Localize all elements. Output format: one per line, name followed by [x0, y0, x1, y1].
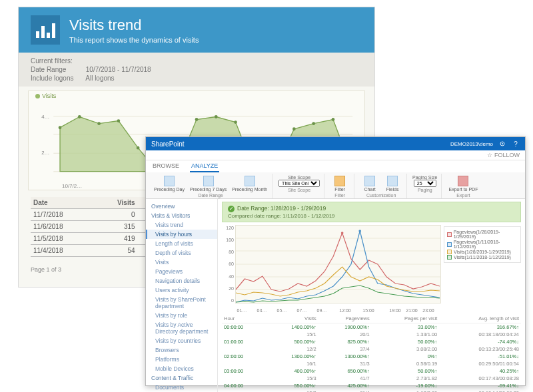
ribbon: Preceding Day Preceding 7 Days Preceding… [146, 172, 525, 199]
group-cap: Filter [334, 193, 345, 198]
svg-point-7 [78, 115, 81, 118]
table-row-sub: 16/131/30.58/0.1900:29:50/01:00:54 [222, 360, 521, 367]
svg-point-9 [117, 119, 121, 122]
col-hour[interactable]: Hour [222, 314, 265, 323]
sharepoint-window: SharePoint DEMO2013\demo ? ☆ FOLLOW BROW… [145, 136, 526, 386]
sidebar-item[interactable]: Documents [146, 383, 217, 392]
sp-brand: SharePoint [151, 140, 184, 148]
report-main: ✓Date Range: 1/28/2019 - 1/29/2019 Compa… [218, 199, 525, 392]
sidebar-item[interactable]: Length of visits [146, 239, 217, 248]
svg-text:?: ? [514, 140, 518, 148]
site-scope-select[interactable]: This Site Only [278, 180, 320, 187]
sidebar-item[interactable]: Visits trend [146, 220, 217, 230]
svg-point-8 [97, 122, 101, 125]
svg-point-22 [502, 143, 503, 144]
visits-by-hours-chart: 0 20 40 60 80 100 120 01… 03… 05… 07… 09… [222, 225, 521, 313]
x-tick: 19:00 [389, 308, 401, 313]
svg-point-14 [215, 115, 218, 118]
legend-item: Visits(1/11/2018-1/12/2019) [447, 255, 518, 260]
gear-icon[interactable] [498, 140, 506, 148]
svg-point-30 [358, 230, 361, 232]
table-row: 02:00:001300.00%↑1300.00%↑0%↑-51.01%↓ [222, 353, 521, 360]
preceding-7days-button[interactable]: Preceding 7 Days [189, 175, 228, 192]
sidebar-item[interactable]: Users activity [146, 286, 217, 295]
sidebar-item[interactable]: Browsers [146, 345, 217, 355]
x-tick: 07… [297, 308, 307, 313]
svg-point-15 [234, 120, 237, 124]
legend-item: Pageviews(1/28/2019-1/29/2019) [447, 230, 518, 239]
svg-text:4…: 4… [41, 113, 49, 119]
col-visits[interactable]: Visits [265, 314, 318, 323]
col-avglen[interactable]: Avg. length of visit [439, 314, 521, 323]
help-icon[interactable]: ? [512, 140, 520, 148]
x-tick: 05… [277, 308, 287, 313]
table-row-sub: 13/221/41.62/2.0000:18:14/00:09:28 [222, 389, 521, 392]
sidebar-item[interactable]: Depth of visits [146, 248, 217, 258]
paging-select[interactable]: 25 [414, 180, 436, 187]
sidebar-item[interactable]: Mobile Devices [146, 364, 217, 373]
col-visits[interactable]: Visits [95, 197, 138, 209]
fields-button[interactable]: Fields [382, 175, 402, 192]
paging-label: Paging Size [412, 175, 437, 180]
sidebar-item[interactable]: Pageviews [146, 267, 217, 276]
table-header-row: Hour Visits Pageviews Pages per visit Av… [222, 314, 521, 323]
filter-date-value: 10/7/2018 - 11/7/2018 [86, 66, 151, 73]
banner-date-range: Date Range: 1/28/2019 - 1/29/2019 [237, 205, 326, 212]
x-tick: 15:00 [362, 308, 374, 313]
x-tick: 03… [257, 308, 267, 313]
legend-item: Pageviews(1/11/2018-1/12/2019) [447, 240, 518, 249]
y-tick: 60 [222, 262, 234, 266]
report-subtitle: This report shows the dynamics of visits [69, 36, 199, 44]
sp-titlebar: SharePoint DEMO2013\demo ? [146, 137, 525, 150]
tab-analyze[interactable]: ANALYZE [190, 160, 219, 172]
table-row: 00:00:001400.00%↑1900.00%↑33.00%↑316.67%… [222, 323, 521, 331]
y-tick: 120 [222, 226, 234, 230]
ok-icon: ✓ [228, 206, 235, 212]
sidebar-item[interactable]: Visits by countries [146, 336, 217, 345]
sidebar-item[interactable]: Platforms [146, 355, 217, 364]
y-tick: 40 [222, 274, 234, 279]
sidebar-item[interactable]: Navigation details [146, 276, 217, 286]
sidebar-heading: Overview [146, 202, 217, 211]
x-tick: 10/7/2… [62, 183, 82, 189]
site-scope-label: Site Scope [288, 175, 310, 180]
sidebar-item[interactable]: Visits [146, 258, 217, 267]
export-pdf-button[interactable]: Export to PDF [447, 175, 479, 192]
x-tick: 01… [237, 308, 247, 313]
sp-tabs: BROWSE ANALYZE [146, 160, 525, 172]
filter-logons-value: All logons [85, 75, 114, 82]
y-tick: 100 [222, 238, 234, 242]
table-row-sub: 15/120/11.33/1.0000:18:18/00:04:24 [222, 331, 521, 338]
chart-legend: Pageviews(1/28/2019-1/29/2019)Pageviews(… [444, 226, 521, 263]
y-tick: 20 [222, 286, 234, 291]
group-cap: Paging [418, 188, 432, 192]
col-pageviews[interactable]: Pageviews [318, 314, 372, 323]
y-tick: 80 [222, 250, 234, 254]
report-header: Visits trend This report shows the dynam… [19, 7, 374, 53]
sidebar-item[interactable]: Visits by SharePoint department [146, 295, 217, 311]
group-cap: Customization [366, 193, 396, 198]
sidebar-item[interactable]: Visits by role [146, 311, 217, 320]
table-row-sub: 12/237/43.08/2.0000:13:23/00:25:48 [222, 345, 521, 353]
filter-date-label: Date Range [31, 66, 84, 73]
svg-point-13 [195, 118, 199, 121]
hours-table: Hour Visits Pageviews Pages per visit Av… [222, 314, 521, 392]
preceding-month-button[interactable]: Preceding Month [231, 175, 268, 192]
col-date[interactable]: Date [31, 197, 95, 209]
sidebar-item[interactable]: Visits by hours [146, 230, 217, 239]
preceding-day-button[interactable]: Preceding Day [153, 175, 186, 192]
filter-button[interactable]: Filter [330, 175, 350, 192]
tab-browse[interactable]: BROWSE [151, 160, 181, 172]
x-tick: 23:00 [422, 308, 434, 313]
sidebar-item[interactable]: Visits by Active Directory department [146, 320, 217, 336]
sp-user[interactable]: DEMO2013\demo [450, 141, 493, 147]
group-cap: Date Range [198, 193, 223, 198]
svg-point-18 [292, 127, 296, 130]
banner-compared: Compared date range: 1/11/2018 - 1/12/20… [228, 213, 515, 219]
legend-item: Visits(1/28/2019-1/29/2019) [447, 250, 518, 254]
chart-button[interactable]: Chart [360, 175, 380, 192]
x-tick: 09… [317, 308, 327, 313]
follow-link[interactable]: ☆ FOLLOW [146, 150, 525, 160]
col-ppv[interactable]: Pages per visit [372, 314, 439, 323]
group-cap: Site Scope [288, 188, 310, 192]
